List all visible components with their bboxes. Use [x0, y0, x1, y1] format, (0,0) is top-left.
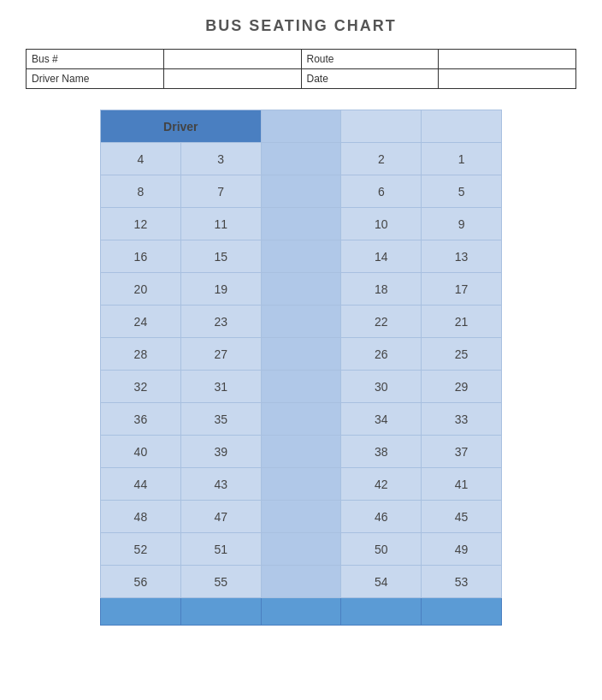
seat-cell[interactable]: 36 — [101, 403, 181, 436]
seat-cell[interactable]: 2 — [341, 143, 422, 175]
seat-cell[interactable]: 54 — [341, 566, 422, 598]
seat-cell[interactable]: 56 — [101, 566, 181, 598]
seat-cell[interactable]: 42 — [341, 468, 422, 501]
seat-row: 20191817 — [101, 273, 502, 306]
bottom-bar-cell — [341, 598, 422, 626]
seat-cell[interactable]: 49 — [422, 533, 502, 566]
seat-cell[interactable]: 6 — [341, 175, 422, 208]
seat-cell[interactable]: 3 — [180, 143, 261, 175]
seat-cell[interactable]: 22 — [341, 306, 422, 338]
seat-row: 32313029 — [101, 371, 502, 403]
seat-cell[interactable]: 19 — [180, 273, 261, 306]
route-value[interactable] — [439, 50, 576, 69]
seat-row: 1211109 — [101, 208, 502, 240]
bus-label: Bus # — [27, 50, 164, 69]
aisle-cell — [261, 273, 341, 306]
seat-cell[interactable]: 55 — [180, 566, 261, 598]
bottom-bar-cell — [422, 598, 502, 626]
date-label: Date — [301, 69, 439, 89]
seat-cell[interactable]: 41 — [422, 468, 502, 501]
seat-cell[interactable]: 50 — [341, 533, 422, 566]
seat-cell[interactable]: 27 — [180, 338, 261, 371]
driver-row: Driver — [101, 110, 502, 143]
seat-cell[interactable]: 20 — [101, 273, 181, 306]
seat-cell[interactable]: 25 — [422, 338, 502, 371]
seat-cell[interactable]: 24 — [101, 306, 181, 338]
driver-value[interactable] — [163, 69, 301, 89]
seat-cell[interactable]: 40 — [101, 436, 181, 468]
aisle-cell — [261, 533, 341, 566]
seat-cell[interactable]: 10 — [341, 208, 422, 240]
seat-cell[interactable]: 28 — [101, 338, 181, 371]
seat-row: 56555453 — [101, 566, 502, 598]
seat-row: 8765 — [101, 175, 502, 208]
seat-cell[interactable]: 47 — [180, 501, 261, 533]
seat-cell[interactable]: 7 — [180, 175, 261, 208]
aisle-cell — [261, 566, 341, 598]
page-title: BUS SEATING CHART — [26, 17, 576, 35]
seat-cell[interactable]: 35 — [180, 403, 261, 436]
bottom-bar-cell — [101, 598, 181, 626]
bus-value[interactable] — [163, 50, 301, 69]
seat-cell[interactable]: 26 — [341, 338, 422, 371]
aisle-cell — [261, 338, 341, 371]
seat-cell[interactable]: 33 — [422, 403, 502, 436]
seat-cell[interactable]: 1 — [422, 143, 502, 175]
seat-cell[interactable]: 31 — [180, 371, 261, 403]
seat-cell[interactable]: 14 — [341, 240, 422, 273]
aisle-header — [261, 110, 341, 143]
seat-cell[interactable]: 11 — [180, 208, 261, 240]
seat-cell[interactable]: 9 — [422, 208, 502, 240]
aisle-cell — [261, 240, 341, 273]
seat-cell[interactable]: 43 — [180, 468, 261, 501]
aisle-cell — [261, 468, 341, 501]
seat-row: 52515049 — [101, 533, 502, 566]
seat-cell[interactable]: 16 — [101, 240, 181, 273]
seat-cell[interactable]: 48 — [101, 501, 181, 533]
seat-cell[interactable]: 15 — [180, 240, 261, 273]
seat-cell[interactable]: 45 — [422, 501, 502, 533]
seat-cell[interactable]: 13 — [422, 240, 502, 273]
bottom-bar-row — [101, 598, 502, 626]
seat-cell[interactable]: 52 — [101, 533, 181, 566]
seat-cell[interactable]: 18 — [341, 273, 422, 306]
seat-row: 16151413 — [101, 240, 502, 273]
seat-cell[interactable]: 21 — [422, 306, 502, 338]
seat-cell[interactable]: 37 — [422, 436, 502, 468]
seat-cell[interactable]: 53 — [422, 566, 502, 598]
driver-label: Driver Name — [27, 69, 164, 89]
aisle-cell — [261, 501, 341, 533]
bus-layout: Driver 432187651211109161514132019181724… — [100, 110, 502, 626]
seat-cell[interactable]: 44 — [101, 468, 181, 501]
seat-cell[interactable]: 12 — [101, 208, 181, 240]
seat-cell[interactable]: 38 — [341, 436, 422, 468]
seat-row: 4321 — [101, 143, 502, 175]
driver-cell: Driver — [101, 110, 262, 143]
aisle-cell — [261, 143, 341, 175]
seat-cell[interactable]: 29 — [422, 371, 502, 403]
seat-row: 40393837 — [101, 436, 502, 468]
seat-cell[interactable]: 8 — [101, 175, 181, 208]
info-table: Bus # Route Driver Name Date — [26, 49, 576, 89]
seat-empty-2 — [422, 110, 502, 143]
bottom-bar-cell — [261, 598, 341, 626]
seat-row: 36353433 — [101, 403, 502, 436]
seat-cell[interactable]: 23 — [180, 306, 261, 338]
seat-cell[interactable]: 46 — [341, 501, 422, 533]
bottom-bar-cell — [180, 598, 261, 626]
seat-row: 24232221 — [101, 306, 502, 338]
aisle-cell — [261, 371, 341, 403]
seat-cell[interactable]: 17 — [422, 273, 502, 306]
seat-cell[interactable]: 34 — [341, 403, 422, 436]
seat-row: 48474645 — [101, 501, 502, 533]
seat-cell[interactable]: 39 — [180, 436, 261, 468]
date-value[interactable] — [439, 69, 576, 89]
seat-empty-1 — [341, 110, 422, 143]
seat-cell[interactable]: 51 — [180, 533, 261, 566]
seat-cell[interactable]: 30 — [341, 371, 422, 403]
route-label: Route — [301, 50, 439, 69]
seat-cell[interactable]: 32 — [101, 371, 181, 403]
seat-cell[interactable]: 5 — [422, 175, 502, 208]
seat-cell[interactable]: 4 — [101, 143, 181, 175]
aisle-cell — [261, 436, 341, 468]
